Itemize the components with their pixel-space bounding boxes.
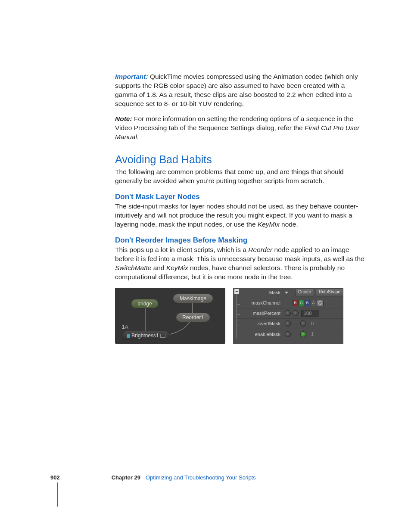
enablemask-value: 1 (309, 331, 326, 337)
page-footer: 902 Chapter 29 Optimizing and Troublesho… (50, 474, 256, 481)
page-number: 902 (50, 474, 60, 481)
sub1-heading: Don't Mask Layer Nodes (115, 193, 365, 201)
panel-row-maskchannel: maskChannel R G B A G (233, 298, 343, 308)
footer-accent-bar (57, 482, 58, 507)
note-label: Note: (115, 115, 132, 122)
section-heading: Avoiding Bad Habits (115, 153, 365, 166)
panel-row-invertmask: invertMask 0 (233, 319, 343, 329)
channel-r: R (293, 300, 298, 306)
sub1-text-b: node. (280, 221, 298, 228)
sub2-heading: Don't Reorder Images Before Masking (115, 236, 365, 245)
panel-row-mask: Mask Create RotoShape (233, 288, 343, 298)
channel-selected: G (317, 300, 324, 306)
node-mask-port-icon (160, 334, 165, 338)
sub2-ital3: KeyMix (166, 264, 188, 271)
panel-row-maskpercent: maskPercent 100 (233, 308, 343, 319)
row-label-invertmask: invertMask (241, 321, 283, 326)
important-text: QuickTime movies compressed using the An… (115, 73, 358, 107)
sub2-text-a: This pops up a lot in client scripts, wh… (115, 246, 248, 253)
node-graph-figure: bridge MaskImage Reorder1 1A Brightness1 (115, 288, 225, 344)
note-paragraph: Note: For more information on setting th… (115, 115, 365, 142)
node-brightness-label: Brightness1 (131, 333, 159, 339)
sub2-ital1: Reorder (248, 246, 272, 253)
maskpercent-value: 100 (301, 310, 319, 317)
note-text-b: . (137, 133, 139, 140)
section-intro: The following are common problems that c… (115, 168, 365, 186)
sub2-text-c: and (151, 264, 166, 271)
anim-knob-icon (285, 310, 291, 316)
node-reorder: Reorder1 (176, 313, 210, 322)
important-label: Important: (115, 73, 148, 80)
chapter-title: Optimizing and Troubleshooting Your Scri… (146, 474, 256, 481)
chapter-label: Chapter 29 (112, 474, 140, 481)
graph-label-1a: 1A (122, 324, 128, 330)
channel-g: G (299, 300, 304, 306)
row-label-enablemask: enableMask (241, 332, 283, 337)
figure-row: bridge MaskImage Reorder1 1A Brightness1… (115, 288, 365, 344)
tree-collapse-icon: − (234, 289, 239, 294)
tree-branch (237, 304, 240, 305)
anim-knob-icon (285, 331, 291, 337)
sub1-paragraph: The side-input masks for layer nodes sho… (115, 202, 365, 229)
channel-selector: R G B A G (293, 300, 324, 306)
node-thumb-icon (127, 334, 130, 338)
toggle-off-icon (300, 320, 306, 327)
sub1-ital: KeyMix (258, 221, 280, 228)
panel-row-enablemask: enableMask 1 (233, 329, 343, 339)
sub2-ital2: SwitchMatte (115, 264, 151, 271)
toggle-on-icon (300, 331, 306, 337)
sub2-paragraph: This pops up a lot in client scripts, wh… (115, 246, 365, 282)
tree-branch (237, 337, 240, 337)
channel-a: A (311, 300, 316, 306)
body-content: Important: QuickTime movies compressed u… (115, 72, 365, 344)
node-bridge: bridge (131, 299, 159, 308)
channel-b: B (305, 300, 310, 306)
row-label-maskpercent: maskPercent (241, 311, 283, 316)
expr-knob-icon (293, 310, 299, 316)
invertmask-value: 0 (309, 320, 326, 327)
row-label-mask: Mask (241, 290, 283, 295)
anim-knob-icon (285, 320, 291, 327)
sub1-text-a: The side-input masks for layer nodes sho… (115, 202, 358, 228)
node-brightness: Brightness1 (122, 331, 170, 340)
tree-branch (237, 314, 240, 315)
tree-branch (237, 326, 240, 326)
dropdown-arrow-icon (285, 292, 288, 294)
create-button: Create (295, 289, 314, 296)
parameter-panel-figure: − Mask Create RotoShape maskChannel (233, 288, 343, 344)
row-label-maskchannel: maskChannel (241, 300, 283, 305)
important-paragraph: Important: QuickTime movies compressed u… (115, 72, 365, 109)
tree-line (237, 294, 237, 338)
page: Important: QuickTime movies compressed u… (0, 0, 411, 532)
node-maskimage: MaskImage (173, 294, 213, 303)
rotoshape-button: RotoShape (316, 289, 343, 296)
